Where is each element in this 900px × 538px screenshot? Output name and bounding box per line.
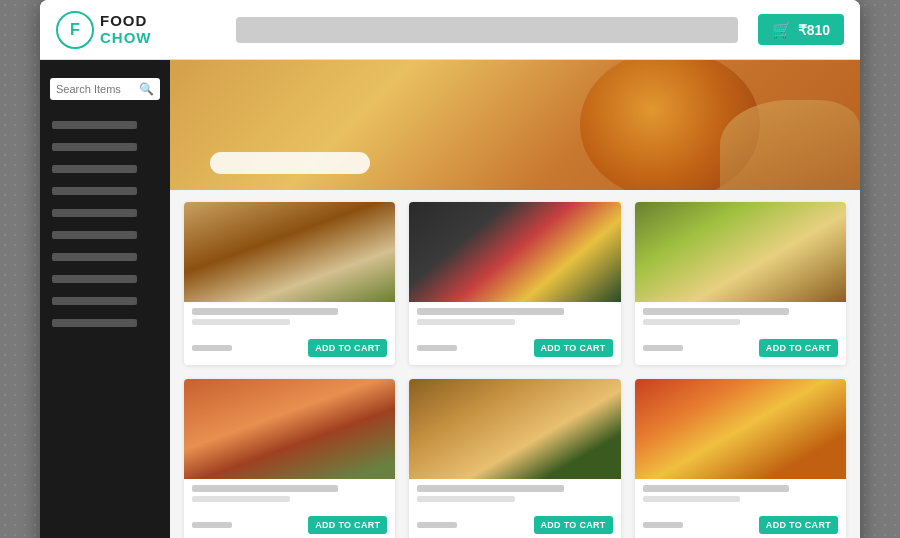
sidebar: 🔍 — [40, 60, 170, 538]
food-title-bar — [643, 485, 789, 492]
add-to-cart-btn-1[interactable]: ADD TO CART — [308, 339, 387, 357]
browser-window: F FOOD CHOW 🛒 ₹810 🔍 — [40, 0, 860, 538]
logo-food: FOOD — [100, 13, 152, 30]
food-image-noodles — [409, 202, 620, 302]
food-card-5: ADD TO CART — [409, 379, 620, 538]
cart-amount: ₹810 — [798, 22, 830, 38]
food-card-2: ADD TO CART — [409, 202, 620, 365]
sidebar-item-6[interactable] — [40, 224, 170, 246]
food-image-pizza — [635, 379, 846, 479]
sidebar-item-7[interactable] — [40, 246, 170, 268]
logo-icon: F — [56, 11, 94, 49]
sidebar-search-input[interactable] — [56, 83, 135, 95]
food-card-body-1 — [184, 302, 395, 339]
sidebar-item-3[interactable] — [40, 158, 170, 180]
food-sub-bar — [192, 496, 290, 502]
add-to-cart-btn-5[interactable]: ADD TO CART — [534, 516, 613, 534]
hero-bread-decoration — [720, 100, 860, 190]
sidebar-item-9[interactable] — [40, 290, 170, 312]
header-search-bar — [236, 17, 738, 43]
price-bar — [192, 522, 232, 528]
logo-chow: CHOW — [100, 30, 152, 47]
food-title-bar — [192, 308, 338, 315]
header-search-area — [236, 17, 738, 43]
sidebar-item-4[interactable] — [40, 180, 170, 202]
price-bar — [643, 345, 683, 351]
sidebar-item-8[interactable] — [40, 268, 170, 290]
search-icon: 🔍 — [139, 82, 154, 96]
food-image-salad — [635, 202, 846, 302]
price-bar — [417, 522, 457, 528]
food-sub-bar — [643, 496, 741, 502]
price-bar — [417, 345, 457, 351]
food-card-footer-5: ADD TO CART — [409, 516, 620, 538]
sidebar-menu — [40, 114, 170, 334]
sidebar-item-10[interactable] — [40, 312, 170, 334]
food-sub-bar — [192, 319, 290, 325]
food-card-footer-6: ADD TO CART — [635, 516, 846, 538]
food-card-footer-3: ADD TO CART — [635, 339, 846, 365]
food-card-body-4 — [184, 479, 395, 516]
food-card-body-6 — [635, 479, 846, 516]
food-image-burger — [184, 202, 395, 302]
food-card-6: ADD TO CART — [635, 379, 846, 538]
food-image-burger2 — [409, 379, 620, 479]
logo-area: F FOOD CHOW — [56, 11, 216, 49]
hero-banner — [170, 60, 860, 190]
sidebar-search-wrap: 🔍 — [40, 70, 170, 108]
content-area: ADD TO CART ADD TO CART — [170, 60, 860, 538]
sidebar-item-2[interactable] — [40, 136, 170, 158]
food-card-footer-2: ADD TO CART — [409, 339, 620, 365]
food-card-1: ADD TO CART — [184, 202, 395, 365]
add-to-cart-btn-4[interactable]: ADD TO CART — [308, 516, 387, 534]
food-card-footer-4: ADD TO CART — [184, 516, 395, 538]
sidebar-search-box[interactable]: 🔍 — [50, 78, 160, 100]
price-bar — [643, 522, 683, 528]
logo-text: FOOD CHOW — [100, 13, 152, 46]
food-title-bar — [643, 308, 789, 315]
food-card-3: ADD TO CART — [635, 202, 846, 365]
food-grid: ADD TO CART ADD TO CART — [170, 190, 860, 538]
food-title-bar — [417, 308, 563, 315]
food-card-body-3 — [635, 302, 846, 339]
food-title-bar — [417, 485, 563, 492]
add-to-cart-btn-2[interactable]: ADD TO CART — [534, 339, 613, 357]
add-to-cart-btn-3[interactable]: ADD TO CART — [759, 339, 838, 357]
food-image-shrimp — [184, 379, 395, 479]
food-sub-bar — [417, 496, 515, 502]
food-card-footer-1: ADD TO CART — [184, 339, 395, 365]
hero-search-bar[interactable] — [210, 152, 370, 174]
sidebar-item-1[interactable] — [40, 114, 170, 136]
food-sub-bar — [417, 319, 515, 325]
food-sub-bar — [643, 319, 741, 325]
cart-icon: 🛒 — [772, 20, 792, 39]
sidebar-item-5[interactable] — [40, 202, 170, 224]
cart-button[interactable]: 🛒 ₹810 — [758, 14, 844, 45]
food-card-body-5 — [409, 479, 620, 516]
header: F FOOD CHOW 🛒 ₹810 — [40, 0, 860, 60]
price-bar — [192, 345, 232, 351]
main-layout: 🔍 — [40, 60, 860, 538]
food-card-4: ADD TO CART — [184, 379, 395, 538]
add-to-cart-btn-6[interactable]: ADD TO CART — [759, 516, 838, 534]
food-card-body-2 — [409, 302, 620, 339]
food-title-bar — [192, 485, 338, 492]
